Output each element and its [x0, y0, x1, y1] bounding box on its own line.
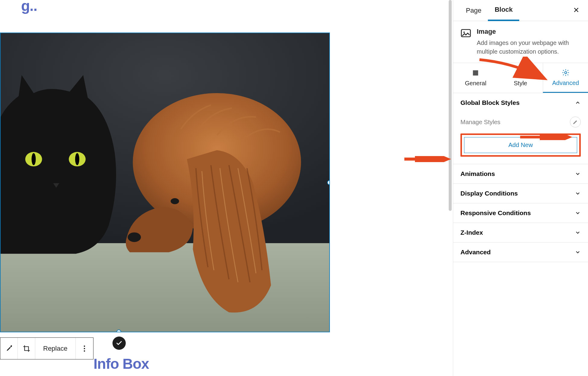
edit-styles-button[interactable]: [570, 117, 581, 127]
panel-title: Responsive Conditions: [460, 209, 531, 217]
panel-header-advanced[interactable]: Advanced: [453, 243, 588, 262]
panel-animations: Animations: [453, 164, 588, 184]
more-options-button[interactable]: [76, 338, 93, 359]
settings-tab-general[interactable]: General: [453, 63, 498, 93]
pencil-icon: [573, 120, 578, 124]
settings-tab-label: Style: [514, 80, 527, 87]
panel-header-animations[interactable]: Animations: [453, 164, 588, 183]
settings-tab-label: General: [465, 80, 486, 87]
settings-tab-style[interactable]: Style: [498, 63, 543, 93]
panel-display-conditions: Display Conditions: [453, 184, 588, 203]
gear-icon: [562, 69, 570, 77]
block-description: Add images on your webpage with multiple…: [477, 39, 581, 56]
block-title: Image: [477, 28, 581, 36]
svg-point-5: [75, 153, 79, 165]
panel-responsive-conditions: Responsive Conditions: [453, 203, 588, 223]
resize-handle-right[interactable]: [327, 180, 330, 185]
cropped-heading: g..: [21, 0, 37, 14]
chevron-down-icon: [575, 210, 581, 216]
panel-advanced: Advanced: [453, 243, 588, 262]
svg-point-8: [171, 198, 179, 204]
sidebar-tabs: Page Block: [453, 0, 588, 21]
block-toolbar: Replace: [0, 337, 93, 359]
svg-point-7: [128, 232, 141, 242]
svg-point-9: [84, 345, 85, 346]
more-vertical-icon: [84, 345, 85, 352]
chevron-down-icon: [575, 190, 581, 196]
panel-title: Display Conditions: [460, 190, 518, 197]
chevron-down-icon: [575, 249, 581, 255]
svg-point-11: [84, 350, 85, 351]
svg-point-16: [564, 71, 567, 74]
crop-tool-button[interactable]: [18, 338, 35, 359]
settings-sidebar: Page Block Image Add images on your webp…: [453, 0, 588, 376]
panel-header-display-conditions[interactable]: Display Conditions: [453, 184, 588, 203]
eyedropper-icon: [5, 345, 13, 352]
info-box-heading: Info Box: [93, 356, 149, 372]
panel-header-z-index[interactable]: Z-Index: [453, 223, 588, 242]
panel-header-global-block-styles[interactable]: Global Block Styles: [453, 93, 588, 112]
svg-point-15: [520, 74, 521, 75]
panel-title: Z-Index: [460, 229, 483, 236]
check-icon: [116, 340, 122, 346]
style-icon: [517, 69, 524, 77]
settings-tabs: General Style Advanced: [453, 63, 588, 93]
svg-rect-1: [1, 243, 329, 332]
general-icon: [472, 69, 479, 77]
resize-handle-bottom[interactable]: [116, 330, 121, 332]
panel-title: Advanced: [460, 249, 491, 256]
svg-rect-14: [473, 70, 478, 75]
replace-button[interactable]: Replace: [35, 338, 76, 359]
add-new-button[interactable]: Add New: [464, 137, 577, 153]
image-block-selected[interactable]: [0, 33, 330, 332]
image-content: [1, 33, 329, 332]
tab-page[interactable]: Page: [459, 0, 488, 21]
manage-styles-label: Manage Styles: [460, 119, 500, 126]
panel-title: Global Block Styles: [460, 99, 520, 106]
tab-block[interactable]: Block: [488, 0, 519, 21]
panel-z-index: Z-Index: [453, 223, 588, 243]
manage-styles-row: Manage Styles: [460, 112, 581, 133]
crop-icon: [23, 345, 30, 352]
add-new-highlight: Add New: [460, 133, 581, 157]
editor-canvas: g..: [0, 0, 455, 376]
chevron-up-icon: [575, 100, 581, 106]
svg-point-3: [32, 153, 36, 165]
svg-point-13: [463, 32, 465, 33]
chevron-down-icon: [575, 230, 581, 236]
panel-header-responsive-conditions[interactable]: Responsive Conditions: [453, 203, 588, 223]
panel-global-block-styles: Global Block Styles Manage Styles Add Ne…: [453, 93, 588, 164]
close-sidebar-button[interactable]: [571, 3, 582, 18]
checkmark-badge[interactable]: [112, 337, 126, 350]
close-icon: [573, 7, 580, 13]
settings-tab-label: Advanced: [552, 80, 579, 86]
block-info: Image Add images on your webpage with mu…: [453, 21, 588, 63]
settings-tab-advanced[interactable]: Advanced: [543, 63, 588, 93]
panel-title: Animations: [460, 170, 495, 177]
canvas-scrollbar[interactable]: [449, 0, 452, 211]
image-block-icon: [460, 28, 471, 39]
eyedropper-tool-button[interactable]: [0, 338, 18, 359]
svg-point-10: [84, 348, 85, 349]
chevron-down-icon: [575, 171, 581, 177]
